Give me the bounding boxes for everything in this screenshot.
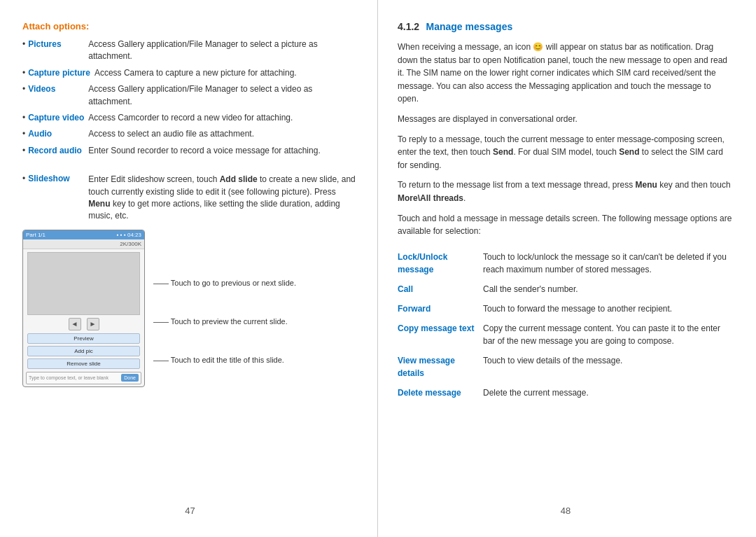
table-row: Lock/Unlockmessage Touch to lock/unlock … — [398, 251, 734, 276]
add-pic-btn[interactable]: Add pic — [27, 346, 140, 356]
phone-image-area — [27, 252, 140, 315]
phone-text-input[interactable]: Type to compose text, or leave blank Don… — [26, 372, 141, 384]
slideshow-section: • Slideshow Enter Edit slideshow screen,… — [22, 174, 358, 223]
phone-text-placeholder: Type to compose text, or leave blank — [29, 375, 108, 380]
opt-label-copy: Copy message text — [398, 322, 475, 347]
attach-options-title: Attach options: — [22, 21, 358, 32]
page-container: Attach options: • Pictures Access Galler… — [0, 0, 756, 537]
table-row: Copy message text Copy the current messa… — [398, 322, 734, 347]
next-arrow-btn[interactable]: ► — [87, 318, 99, 330]
body-para-3: To reply to a message, touch the current… — [398, 133, 734, 172]
option-desc: Access to select an audio file as attach… — [88, 128, 254, 140]
annotation-text-2: Touch to preview the current slide. — [171, 317, 288, 326]
body-para-2: Messages are displayed in conversational… — [398, 113, 734, 126]
list-item: • Record audio Enter Sound recorder to r… — [22, 145, 358, 157]
phone-buttons: Preview Add pic Remove slide — [23, 333, 144, 369]
opt-text-lock: Touch to lock/unlock the message so it c… — [483, 251, 734, 276]
annotation-lines: —— Touch to go to previous or next slide… — [153, 230, 296, 387]
option-desc: Access Gallery application/File Manager … — [88, 83, 358, 108]
opt-text-call: Call the sender's number. — [483, 283, 734, 295]
right-section-title: Manage messages — [426, 21, 512, 32]
bullet: • — [22, 128, 25, 140]
bullet: • — [22, 174, 25, 223]
body-para-4: To return to the message list from a tex… — [398, 179, 734, 204]
slideshow-content: Part 1/1 ▪ ▪ ▪ 04:23 2K/300K ◄ ► Preview… — [22, 230, 358, 387]
phone-nav-arrows: ◄ ► — [23, 318, 144, 330]
option-name: Videos — [28, 83, 84, 108]
option-desc: Enter Sound recorder to record a voice m… — [88, 145, 321, 157]
option-name: Capture picture — [28, 67, 90, 79]
option-name: Audio — [28, 128, 84, 140]
left-page: Attach options: • Pictures Access Galler… — [0, 0, 378, 537]
table-row: View messagedetails Touch to view detail… — [398, 354, 734, 379]
bullet: • — [22, 67, 25, 79]
phone-counter: 2K/300K — [120, 241, 141, 247]
preview-btn[interactable]: Preview — [27, 333, 140, 344]
remove-slide-btn[interactable]: Remove slide — [27, 358, 140, 369]
bullet: • — [22, 39, 25, 63]
opt-text-delete: Delete the current message. — [483, 386, 734, 399]
right-section-header: 4.1.2 Manage messages — [398, 21, 734, 32]
options-list: • Pictures Access Gallery application/Fi… — [22, 39, 358, 161]
annotation-2: —— Touch to preview the current slide. — [153, 316, 296, 327]
phone-time: 04:23 — [127, 232, 141, 238]
table-row: Call Call the sender's number. — [398, 283, 734, 295]
phone-top-bar: 2K/300K — [23, 239, 144, 249]
opt-label-lock: Lock/Unlockmessage — [398, 251, 475, 276]
slideshow-desc: Enter Edit slideshow screen, touch Add s… — [88, 174, 358, 223]
annotation-1: —— Touch to go to previous or next slide… — [153, 278, 296, 288]
list-item: • Pictures Access Gallery application/Fi… — [22, 39, 358, 63]
option-name: Capture video — [28, 112, 84, 124]
list-item: • Capture picture Access Camera to captu… — [22, 67, 358, 79]
opt-label-forward: Forward — [398, 302, 475, 315]
phone-mockup: Part 1/1 ▪ ▪ ▪ 04:23 2K/300K ◄ ► Preview… — [22, 230, 145, 387]
phone-part-label: Part 1/1 — [26, 232, 46, 238]
option-name: Pictures — [28, 39, 84, 63]
opt-text-view: Touch to view details of the message. — [483, 354, 734, 379]
opt-label-view: View messagedetails — [398, 354, 475, 379]
slideshow-label: Slideshow — [28, 174, 84, 223]
option-desc: Access Camera to capture a new picture f… — [94, 67, 297, 79]
phone-status-bar: Part 1/1 ▪ ▪ ▪ 04:23 — [23, 230, 144, 239]
right-page-number: 48 — [398, 498, 734, 516]
annotation-3: —— Touch to edit the title of this slide… — [153, 355, 296, 365]
right-page: 4.1.2 Manage messages When receiving a m… — [378, 0, 756, 537]
option-desc: Access Gallery application/File Manager … — [88, 39, 358, 63]
section-number: 4.1.2 — [398, 21, 419, 32]
body-para-1: When receiving a message, an icon 😊 will… — [398, 41, 734, 106]
table-row: Forward Touch to forward the message to … — [398, 302, 734, 315]
list-item: • Capture video Access Camcorder to reco… — [22, 112, 358, 124]
opt-label-delete: Delete message — [398, 386, 475, 399]
options-table: Lock/Unlockmessage Touch to lock/unlock … — [398, 251, 734, 406]
annotation-text-3: Touch to edit the title of this slide. — [171, 356, 284, 364]
list-item: • Audio Access to select an audio file a… — [22, 128, 358, 140]
done-btn[interactable]: Done — [121, 374, 139, 382]
table-row: Delete message Delete the current messag… — [398, 386, 734, 399]
body-para-5: Touch and hold a message in message deta… — [398, 212, 734, 238]
bullet: • — [22, 83, 25, 108]
option-desc: Access Camcorder to record a new video f… — [88, 112, 293, 124]
opt-label-call: Call — [398, 283, 475, 295]
annotation-text-1: Touch to go to previous or next slide. — [171, 279, 296, 287]
list-item: • Videos Access Gallery application/File… — [22, 83, 358, 108]
prev-arrow-btn[interactable]: ◄ — [69, 318, 81, 330]
opt-text-copy: Copy the current message content. You ca… — [483, 322, 734, 347]
bullet: • — [22, 145, 25, 157]
opt-text-forward: Touch to forward the message to another … — [483, 302, 734, 315]
bullet: • — [22, 112, 25, 124]
option-name: Record audio — [28, 145, 84, 157]
phone-status-icons: ▪ ▪ ▪ 04:23 — [117, 232, 141, 238]
left-page-number: 47 — [22, 498, 358, 516]
